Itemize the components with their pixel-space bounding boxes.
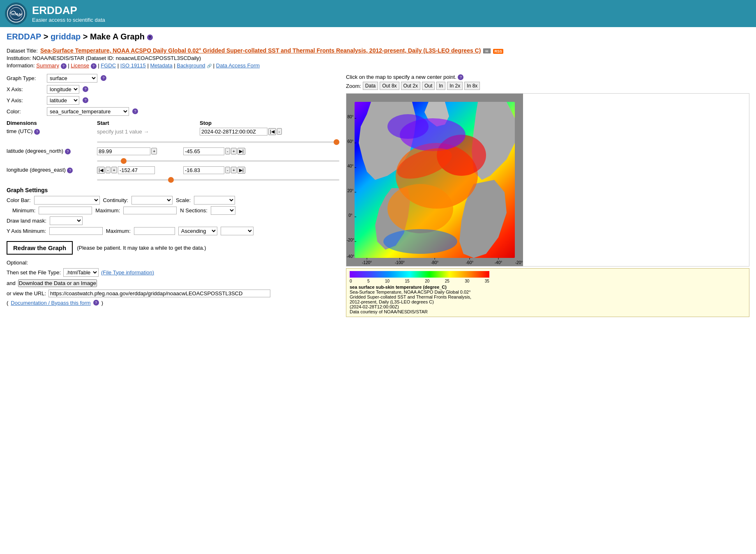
time-slider[interactable] <box>97 141 339 143</box>
scale-35: 35 <box>485 279 489 283</box>
minimum-input[interactable] <box>39 207 92 214</box>
n-sections-select[interactable] <box>211 206 235 215</box>
zoom-in2x-btn[interactable]: In 2x <box>447 82 463 90</box>
help-icon-yaxis[interactable]: ? <box>83 97 88 103</box>
metadata-link[interactable]: Metadata <box>150 62 172 69</box>
time-stop-input[interactable] <box>200 128 267 136</box>
longitude-row: longitude (degrees_east) ? |◀ - + - + ▶| <box>7 166 339 174</box>
summary-link[interactable]: Summary <box>36 62 59 69</box>
institution-label: Institution: <box>7 55 31 61</box>
help-icon-license[interactable]: ? <box>91 63 97 69</box>
info-row: Information: Summary ? | License ? | FGD… <box>7 62 749 69</box>
help-icon-map[interactable]: ? <box>458 74 463 80</box>
zoom-out-btn[interactable]: Out <box>422 82 435 90</box>
griddap-link[interactable]: griddap <box>51 32 81 41</box>
doc-row: ( Documentation / Bypass this form ? ) <box>7 300 339 306</box>
lat-stop-input[interactable] <box>183 147 224 155</box>
lon-plus-btn[interactable]: + <box>111 167 117 173</box>
file-type-info-link[interactable]: (File Type information) <box>101 269 154 276</box>
x-axis-select[interactable]: longitude latitude time <box>47 85 79 94</box>
app-title: ERDDAP <box>32 4 105 17</box>
legend-source1: Sea-Surface Temperature, NOAA ACSPO Dail… <box>350 290 746 294</box>
header: NOAA ERDDAP Easier access to scientific … <box>0 0 756 27</box>
time-first-btn[interactable]: |◀ <box>268 128 276 135</box>
doc-link[interactable]: Documentation / Bypass this form <box>11 300 90 306</box>
license-link[interactable]: License <box>71 62 89 69</box>
header-text: ERDDAP Easier access to scientific data <box>32 4 105 23</box>
and-label: and <box>7 280 16 286</box>
lon-slider[interactable] <box>97 179 339 181</box>
erddap-link[interactable]: ERDDAP <box>7 32 41 41</box>
lon-start-input[interactable] <box>118 166 155 174</box>
zoom-data-btn[interactable]: Data <box>363 82 378 90</box>
dimensions-section: Dimensions Start Stop time (UTC) ? speci… <box>7 120 339 182</box>
help-icon-graph-type[interactable]: ? <box>101 75 106 81</box>
legend-source2: Gridded Super-collated SST and Thermal F… <box>350 294 746 299</box>
help-icon-lon[interactable]: ? <box>67 168 73 173</box>
ascending-extra-select[interactable] <box>221 227 254 235</box>
color-bar-select[interactable] <box>34 196 100 205</box>
lat-stop: - + ▶| <box>183 147 339 155</box>
lat-start-input[interactable] <box>97 147 150 155</box>
lon-minus-btn[interactable]: - <box>106 167 111 173</box>
graph-type-select[interactable]: surface lines markers linesAndMarkers st… <box>47 74 97 83</box>
lon-stop-plus-btn[interactable]: + <box>231 167 237 173</box>
zoom-in8x-btn[interactable]: In 8x <box>464 82 480 90</box>
paren-close: ) <box>101 300 103 306</box>
svg-text:60°: 60° <box>347 139 353 144</box>
help-icon-breadcrumb[interactable]: ? <box>147 34 153 40</box>
lat-start-plus-btn[interactable]: + <box>151 148 157 154</box>
settings-row3: Draw land mask: <box>7 216 339 225</box>
lat-stop-last-btn[interactable]: ▶| <box>237 148 245 155</box>
map-controls: Click on the map to specify a new center… <box>346 74 749 90</box>
lon-stop-last-btn[interactable]: ▶| <box>237 167 245 174</box>
lat-stop-plus-btn[interactable]: + <box>231 148 237 154</box>
zoom-out8x-btn[interactable]: Out 8x <box>380 82 399 90</box>
legend-container: 0 5 10 15 20 25 30 35 sea surface sub-sk… <box>346 268 749 317</box>
fgdc-link[interactable]: FGDC <box>101 62 116 69</box>
lat-dim-name: latitude (degrees_north) ? <box>7 148 97 154</box>
svg-text:-120°: -120° <box>362 260 372 265</box>
lat-slider[interactable] <box>97 160 339 162</box>
lon-first-btn[interactable]: |◀ <box>97 167 105 174</box>
lon-stop-minus-btn[interactable]: - <box>225 167 230 173</box>
y-axis-min-input[interactable] <box>49 227 103 235</box>
click-text-row: Click on the map to specify a new center… <box>346 74 749 80</box>
color-row: Color: sea_surface_temperature ? <box>7 107 339 116</box>
url-input[interactable] <box>48 290 270 297</box>
lat-stop-minus-btn[interactable]: - <box>225 148 230 154</box>
color-select[interactable]: sea_surface_temperature <box>47 107 129 116</box>
rss-icon[interactable]: RSS <box>493 49 503 54</box>
help-icon-time[interactable]: ? <box>34 129 40 135</box>
download-button[interactable]: Download the Data or an Image <box>18 279 97 287</box>
data-access-form-link[interactable]: Data Access Form <box>216 62 260 69</box>
legend-source3: 2012-present, Daily (L3S-LEO degrees C) <box>350 299 746 304</box>
y-axis-max-input[interactable] <box>134 227 175 235</box>
help-icon-color[interactable]: ? <box>132 108 138 114</box>
zoom-label: Zoom: <box>346 83 361 89</box>
zoom-in-btn[interactable]: In <box>436 82 445 90</box>
scale-select[interactable] <box>194 196 235 205</box>
zoom-out2x-btn[interactable]: Out 2x <box>401 82 420 90</box>
maximum-input[interactable] <box>123 207 177 214</box>
ascending-select[interactable]: Ascending Descending <box>178 227 217 235</box>
continuity-select[interactable] <box>131 196 173 205</box>
help-icon-doc[interactable]: ? <box>93 300 99 306</box>
map-container[interactable]: -80° -100° -120° -60° -40° -20° 80° 60° … <box>346 93 749 267</box>
help-icon-xaxis[interactable]: ? <box>83 86 88 92</box>
dataset-title-link[interactable]: Sea-Surface Temperature, NOAA ACSPO Dail… <box>40 47 481 54</box>
graph-type-label: Graph Type: <box>7 75 44 81</box>
scale-25: 25 <box>445 279 449 283</box>
y-axis-select[interactable]: longitude latitude time <box>47 96 79 105</box>
email-icon[interactable]: ✉ <box>483 48 491 53</box>
redraw-button[interactable]: Redraw the Graph <box>7 241 73 255</box>
background-link[interactable]: Background <box>177 62 205 69</box>
help-icon-summary[interactable]: ? <box>61 63 67 69</box>
map-svg[interactable]: -80° -100° -120° -60° -40° -20° 80° 60° … <box>346 94 523 266</box>
draw-land-mask-select[interactable] <box>50 216 83 225</box>
iso-link[interactable]: ISO 19115 <box>120 62 146 69</box>
time-minus-btn[interactable]: - <box>277 128 282 135</box>
file-type-select[interactable]: .htmlTable .csv .json .nc <box>63 268 99 277</box>
lon-stop-input[interactable] <box>183 166 224 174</box>
help-icon-lat[interactable]: ? <box>65 149 71 154</box>
